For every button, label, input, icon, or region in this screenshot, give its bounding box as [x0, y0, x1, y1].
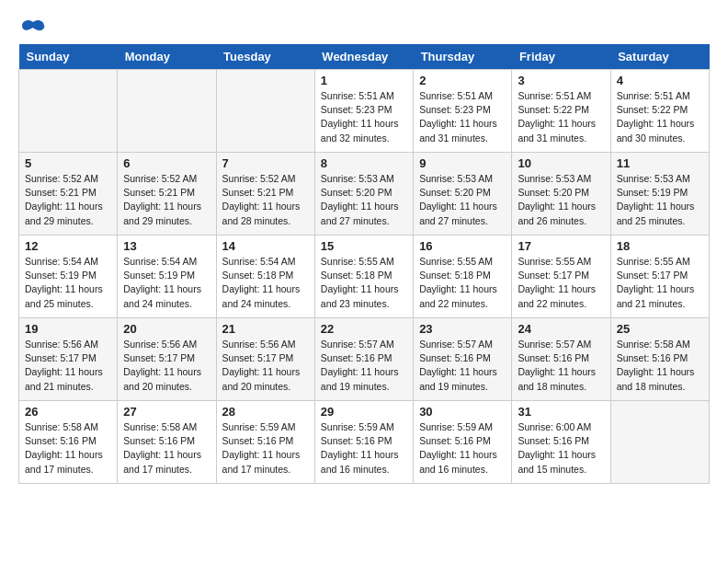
day-info: Sunrise: 6:00 AM Sunset: 5:16 PM Dayligh…	[518, 420, 604, 477]
calendar-day-cell: 20Sunrise: 5:56 AM Sunset: 5:17 PM Dayli…	[118, 318, 216, 401]
calendar-day-cell: 15Sunrise: 5:55 AM Sunset: 5:18 PM Dayli…	[314, 236, 413, 318]
day-number: 6	[123, 156, 210, 170]
day-info: Sunrise: 5:54 AM Sunset: 5:18 PM Dayligh…	[222, 255, 309, 311]
day-number: 17	[518, 239, 604, 253]
logo-bird-icon	[20, 18, 46, 39]
day-info: Sunrise: 5:59 AM Sunset: 5:16 PM Dayligh…	[222, 420, 309, 477]
calendar-day-cell: 3Sunrise: 5:51 AM Sunset: 5:22 PM Daylig…	[512, 70, 610, 153]
day-info: Sunrise: 5:51 AM Sunset: 5:22 PM Dayligh…	[518, 89, 604, 145]
day-number: 25	[617, 322, 703, 336]
day-number: 14	[222, 239, 309, 253]
day-number: 27	[123, 405, 210, 419]
col-header-monday: Monday	[118, 44, 216, 70]
calendar-day-cell: 2Sunrise: 5:51 AM Sunset: 5:23 PM Daylig…	[414, 70, 512, 153]
day-info: Sunrise: 5:53 AM Sunset: 5:19 PM Dayligh…	[617, 172, 703, 228]
calendar-day-cell: 9Sunrise: 5:53 AM Sunset: 5:20 PM Daylig…	[414, 153, 512, 236]
calendar-week-row: 26Sunrise: 5:58 AM Sunset: 5:16 PM Dayli…	[19, 401, 710, 484]
day-info: Sunrise: 5:59 AM Sunset: 5:16 PM Dayligh…	[419, 420, 506, 477]
page-header	[18, 18, 710, 35]
calendar-week-row: 1Sunrise: 5:51 AM Sunset: 5:23 PM Daylig…	[19, 70, 710, 153]
day-info: Sunrise: 5:55 AM Sunset: 5:17 PM Dayligh…	[518, 255, 604, 311]
col-header-thursday: Thursday	[414, 44, 512, 70]
day-info: Sunrise: 5:58 AM Sunset: 5:16 PM Dayligh…	[25, 420, 111, 477]
day-number: 22	[321, 322, 407, 336]
day-info: Sunrise: 5:59 AM Sunset: 5:16 PM Dayligh…	[321, 420, 407, 477]
calendar-day-cell: 17Sunrise: 5:55 AM Sunset: 5:17 PM Dayli…	[512, 236, 610, 318]
calendar-day-cell: 4Sunrise: 5:51 AM Sunset: 5:22 PM Daylig…	[610, 70, 709, 153]
calendar-day-cell: 12Sunrise: 5:54 AM Sunset: 5:19 PM Dayli…	[19, 236, 118, 318]
day-number: 10	[518, 156, 604, 170]
calendar-table: SundayMondayTuesdayWednesdayThursdayFrid…	[18, 44, 710, 484]
calendar-day-cell: 24Sunrise: 5:57 AM Sunset: 5:16 PM Dayli…	[512, 318, 610, 401]
calendar-day-cell: 7Sunrise: 5:52 AM Sunset: 5:21 PM Daylig…	[216, 153, 314, 236]
calendar-day-cell: 25Sunrise: 5:58 AM Sunset: 5:16 PM Dayli…	[610, 318, 709, 401]
day-number: 9	[419, 156, 506, 170]
day-info: Sunrise: 5:52 AM Sunset: 5:21 PM Dayligh…	[123, 172, 210, 228]
day-number: 31	[518, 405, 604, 419]
calendar-day-cell: 21Sunrise: 5:56 AM Sunset: 5:17 PM Dayli…	[216, 318, 314, 401]
calendar-empty-cell	[19, 70, 118, 153]
calendar-day-cell: 8Sunrise: 5:53 AM Sunset: 5:20 PM Daylig…	[314, 153, 413, 236]
day-number: 30	[419, 405, 506, 419]
day-info: Sunrise: 5:58 AM Sunset: 5:16 PM Dayligh…	[617, 338, 703, 394]
day-info: Sunrise: 5:57 AM Sunset: 5:16 PM Dayligh…	[518, 338, 604, 394]
day-number: 28	[222, 405, 309, 419]
day-number: 24	[518, 322, 604, 336]
logo	[18, 18, 46, 35]
day-number: 3	[518, 74, 604, 87]
day-info: Sunrise: 5:54 AM Sunset: 5:19 PM Dayligh…	[123, 255, 210, 311]
day-number: 2	[419, 74, 506, 87]
day-number: 1	[321, 74, 407, 87]
calendar-week-row: 19Sunrise: 5:56 AM Sunset: 5:17 PM Dayli…	[19, 318, 710, 401]
day-info: Sunrise: 5:56 AM Sunset: 5:17 PM Dayligh…	[123, 338, 210, 394]
day-number: 15	[321, 239, 407, 253]
day-info: Sunrise: 5:56 AM Sunset: 5:17 PM Dayligh…	[25, 338, 111, 394]
day-number: 20	[123, 322, 210, 336]
calendar-day-cell: 14Sunrise: 5:54 AM Sunset: 5:18 PM Dayli…	[216, 236, 314, 318]
day-number: 29	[321, 405, 407, 419]
calendar-day-cell: 29Sunrise: 5:59 AM Sunset: 5:16 PM Dayli…	[314, 401, 413, 484]
calendar-day-cell: 11Sunrise: 5:53 AM Sunset: 5:19 PM Dayli…	[610, 153, 709, 236]
calendar-day-cell: 23Sunrise: 5:57 AM Sunset: 5:16 PM Dayli…	[414, 318, 512, 401]
calendar-day-cell: 18Sunrise: 5:55 AM Sunset: 5:17 PM Dayli…	[610, 236, 709, 318]
day-info: Sunrise: 5:53 AM Sunset: 5:20 PM Dayligh…	[419, 172, 506, 228]
day-number: 11	[617, 156, 703, 170]
day-info: Sunrise: 5:55 AM Sunset: 5:17 PM Dayligh…	[617, 255, 703, 311]
calendar-day-cell: 16Sunrise: 5:55 AM Sunset: 5:18 PM Dayli…	[414, 236, 512, 318]
calendar-day-cell: 5Sunrise: 5:52 AM Sunset: 5:21 PM Daylig…	[19, 153, 118, 236]
day-info: Sunrise: 5:58 AM Sunset: 5:16 PM Dayligh…	[123, 420, 210, 477]
calendar-week-row: 5Sunrise: 5:52 AM Sunset: 5:21 PM Daylig…	[19, 153, 710, 236]
day-number: 12	[25, 239, 111, 253]
calendar-day-cell: 19Sunrise: 5:56 AM Sunset: 5:17 PM Dayli…	[19, 318, 118, 401]
day-info: Sunrise: 5:51 AM Sunset: 5:22 PM Dayligh…	[617, 89, 703, 145]
col-header-sunday: Sunday	[19, 44, 118, 70]
day-number: 13	[123, 239, 210, 253]
day-number: 19	[25, 322, 111, 336]
calendar-header-row: SundayMondayTuesdayWednesdayThursdayFrid…	[19, 44, 710, 70]
day-info: Sunrise: 5:52 AM Sunset: 5:21 PM Dayligh…	[25, 172, 111, 228]
day-number: 23	[419, 322, 506, 336]
calendar-day-cell: 30Sunrise: 5:59 AM Sunset: 5:16 PM Dayli…	[414, 401, 512, 484]
calendar-day-cell: 6Sunrise: 5:52 AM Sunset: 5:21 PM Daylig…	[118, 153, 216, 236]
day-number: 4	[617, 74, 703, 87]
calendar-day-cell: 1Sunrise: 5:51 AM Sunset: 5:23 PM Daylig…	[314, 70, 413, 153]
calendar-day-cell: 28Sunrise: 5:59 AM Sunset: 5:16 PM Dayli…	[216, 401, 314, 484]
col-header-friday: Friday	[512, 44, 610, 70]
calendar-empty-cell	[118, 70, 216, 153]
day-number: 7	[222, 156, 309, 170]
day-info: Sunrise: 5:57 AM Sunset: 5:16 PM Dayligh…	[321, 338, 407, 394]
day-number: 16	[419, 239, 506, 253]
day-info: Sunrise: 5:55 AM Sunset: 5:18 PM Dayligh…	[419, 255, 506, 311]
day-info: Sunrise: 5:53 AM Sunset: 5:20 PM Dayligh…	[518, 172, 604, 228]
day-info: Sunrise: 5:51 AM Sunset: 5:23 PM Dayligh…	[321, 89, 407, 145]
calendar-day-cell: 27Sunrise: 5:58 AM Sunset: 5:16 PM Dayli…	[118, 401, 216, 484]
day-info: Sunrise: 5:53 AM Sunset: 5:20 PM Dayligh…	[321, 172, 407, 228]
day-info: Sunrise: 5:55 AM Sunset: 5:18 PM Dayligh…	[321, 255, 407, 311]
day-info: Sunrise: 5:54 AM Sunset: 5:19 PM Dayligh…	[25, 255, 111, 311]
day-info: Sunrise: 5:57 AM Sunset: 5:16 PM Dayligh…	[419, 338, 506, 394]
day-number: 5	[25, 156, 111, 170]
day-info: Sunrise: 5:51 AM Sunset: 5:23 PM Dayligh…	[419, 89, 506, 145]
day-number: 18	[617, 239, 703, 253]
day-number: 21	[222, 322, 309, 336]
calendar-day-cell: 31Sunrise: 6:00 AM Sunset: 5:16 PM Dayli…	[512, 401, 610, 484]
